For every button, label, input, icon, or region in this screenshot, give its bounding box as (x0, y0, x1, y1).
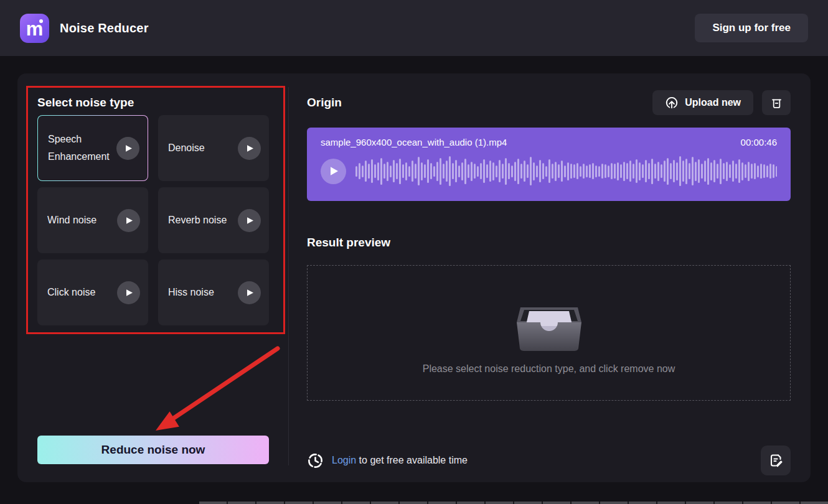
noise-type-card-hiss-noise[interactable]: Hiss noise (158, 259, 269, 325)
feedback-button[interactable] (761, 446, 791, 475)
noise-type-label: Speech Enhancement (48, 131, 116, 166)
noise-type-label: Wind noise (47, 212, 117, 229)
reduce-noise-now-button[interactable]: Reduce noise now (37, 436, 269, 464)
player-body (321, 154, 777, 189)
noise-type-card-denoise[interactable]: Denoise (158, 115, 269, 181)
upload-new-button[interactable]: Upload new (652, 90, 753, 115)
noise-type-card-click-noise[interactable]: Click noise (37, 259, 148, 325)
noise-type-label: Hiss noise (168, 284, 238, 301)
select-noise-type-title: Select noise type (37, 96, 134, 110)
annotation-arrow (142, 341, 291, 444)
empty-tray-icon (511, 291, 587, 353)
noise-type-grid: Speech Enhancement Denoise Wind noise Re… (37, 115, 269, 325)
audio-waveform[interactable] (355, 154, 777, 189)
noise-type-card-reverb-noise[interactable]: Reverb noise (158, 187, 269, 253)
clock-icon (307, 452, 324, 469)
noise-type-label: Denoise (168, 139, 238, 157)
app-title: Noise Reducer (60, 21, 149, 35)
play-preview-button[interactable] (238, 281, 261, 304)
noise-type-card-speech-enhancement[interactable]: Speech Enhancement (37, 115, 148, 181)
app-logo: m (20, 14, 49, 43)
delete-file-button[interactable] (762, 90, 791, 115)
play-icon (330, 166, 339, 176)
clipped-timeline-strip (199, 502, 828, 504)
footer-row: Login to get free available time (307, 446, 791, 475)
play-icon (125, 144, 133, 152)
trash-icon (770, 96, 783, 110)
player-play-button[interactable] (321, 159, 346, 184)
feedback-edit-icon (768, 453, 783, 468)
play-icon (247, 289, 254, 297)
player-duration: 00:00:46 (741, 137, 777, 147)
play-preview-button[interactable] (238, 137, 261, 160)
logo-dot (39, 19, 43, 23)
main-panel: Select noise type Speech Enhancement Den… (17, 73, 811, 482)
login-hint-text: Login to get free available time (332, 455, 468, 466)
login-link[interactable]: Login (332, 455, 356, 465)
upload-icon (665, 96, 679, 110)
right-column: Origin Upload new sample_960x400_oce (307, 88, 791, 475)
empty-state-text: Please select noise reduction type, and … (423, 363, 675, 375)
play-icon (126, 217, 133, 225)
play-preview-button[interactable] (238, 209, 261, 232)
origin-audio-player: sample_960x400_ocean_with_audio (1).mp4 … (307, 128, 791, 201)
play-preview-button[interactable] (117, 281, 140, 304)
player-filename: sample_960x400_ocean_with_audio (1).mp4 (321, 137, 507, 147)
result-preview-empty-box: Please select noise reduction type, and … (307, 265, 791, 401)
noise-type-label: Reverb noise (168, 212, 238, 229)
origin-title: Origin (307, 96, 342, 110)
origin-header-row: Origin Upload new (307, 88, 791, 117)
signup-button[interactable]: Sign up for free (695, 14, 808, 42)
play-preview-button[interactable] (117, 209, 140, 232)
app-header: m Noise Reducer Sign up for free (0, 0, 828, 56)
column-divider (288, 87, 289, 465)
play-icon (247, 217, 254, 225)
login-hint-suffix: to get free available time (356, 455, 468, 465)
play-icon (126, 289, 133, 297)
play-preview-button[interactable] (116, 137, 139, 160)
noise-type-label: Click noise (47, 284, 117, 301)
player-info-row: sample_960x400_ocean_with_audio (1).mp4 … (321, 137, 777, 147)
upload-new-label: Upload new (685, 97, 741, 108)
result-preview-title: Result preview (307, 236, 791, 250)
noise-type-card-wind-noise[interactable]: Wind noise (37, 187, 148, 253)
play-icon (247, 144, 254, 152)
